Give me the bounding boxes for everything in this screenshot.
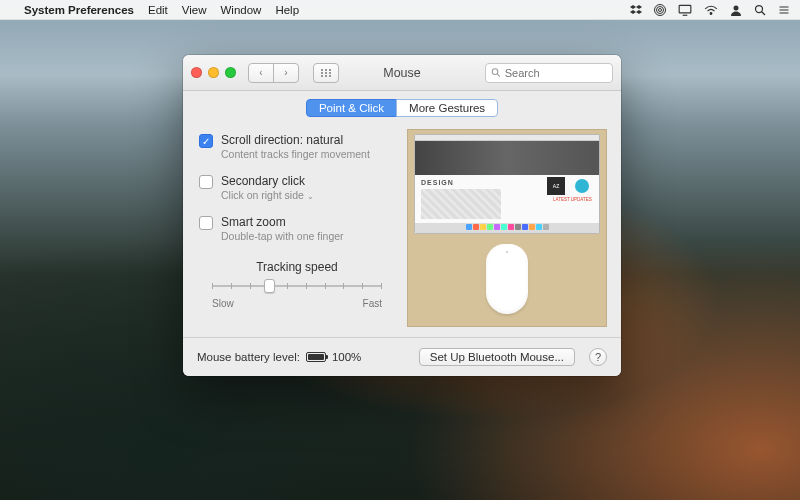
option-subtitle: Content tracks finger movement [221, 148, 370, 160]
svg-point-0 [659, 8, 662, 11]
menu-window[interactable]: Window [221, 4, 262, 16]
close-icon[interactable] [191, 67, 202, 78]
svg-point-18 [321, 75, 323, 77]
slider-max-label: Fast [363, 298, 382, 309]
option-subtitle[interactable]: Click on right side⌄ [221, 189, 314, 201]
option-subtitle: Double-tap with one finger [221, 230, 344, 242]
dropbox-icon[interactable] [630, 4, 642, 16]
option-scroll-direction: ✓ Scroll direction: natural Content trac… [199, 133, 395, 160]
menu-help[interactable]: Help [275, 4, 299, 16]
tracking-speed-block: Tracking speed Slow Fast [199, 260, 395, 309]
svg-point-19 [325, 75, 327, 77]
option-secondary-click: Secondary click Click on right side⌄ [199, 174, 395, 201]
back-button[interactable]: ‹ [248, 63, 274, 83]
menubar-app-name[interactable]: System Preferences [24, 4, 134, 16]
svg-point-15 [321, 72, 323, 74]
user-icon[interactable] [730, 4, 742, 16]
option-title: Secondary click [221, 174, 314, 188]
gesture-preview: DESIGN AZ LATEST UPDATES [407, 129, 607, 327]
svg-point-21 [492, 69, 498, 75]
menu-view[interactable]: View [182, 4, 207, 16]
setup-bluetooth-button[interactable]: Set Up Bluetooth Mouse... [419, 348, 575, 366]
preview-mouse-icon [486, 244, 528, 314]
battery-value: 100% [332, 351, 361, 363]
svg-point-1 [657, 6, 664, 13]
svg-line-8 [762, 11, 766, 15]
show-all-button[interactable] [313, 63, 339, 83]
forward-button[interactable]: › [273, 63, 299, 83]
svg-line-22 [497, 74, 500, 77]
search-icon [491, 67, 501, 78]
airdrop-icon[interactable] [654, 4, 666, 16]
preferences-window: ‹ › Mouse Point & Click More Gestures ✓ … [183, 55, 621, 376]
checkbox-secondary-click[interactable] [199, 175, 213, 189]
svg-point-12 [321, 69, 323, 71]
slider-min-label: Slow [212, 298, 234, 309]
preview-badge: AZ [547, 177, 565, 195]
option-title: Smart zoom [221, 215, 344, 229]
option-title: Scroll direction: natural [221, 133, 370, 147]
chevron-down-icon[interactable]: ⌄ [307, 192, 314, 201]
zoom-icon[interactable] [225, 67, 236, 78]
svg-point-7 [756, 5, 763, 12]
display-icon[interactable] [678, 4, 692, 16]
battery-label: Mouse battery level: [197, 351, 300, 363]
battery-icon [306, 352, 326, 362]
tracking-speed-label: Tracking speed [199, 260, 395, 274]
tabs: Point & Click More Gestures [306, 99, 498, 117]
wifi-icon[interactable] [704, 4, 718, 16]
preview-design-label: DESIGN [421, 179, 454, 186]
tab-more-gestures[interactable]: More Gestures [396, 99, 498, 117]
help-button[interactable]: ? [589, 348, 607, 366]
search-input[interactable] [505, 67, 607, 79]
menubar: System Preferences Edit View Window Help [0, 0, 800, 20]
option-smart-zoom: Smart zoom Double-tap with one finger [199, 215, 395, 242]
svg-point-5 [710, 12, 712, 14]
notification-center-icon[interactable] [778, 4, 790, 16]
preview-dock [415, 223, 599, 233]
tracking-speed-slider[interactable] [212, 278, 382, 294]
svg-point-14 [329, 69, 331, 71]
slider-ticks [212, 278, 382, 294]
window-titlebar[interactable]: ‹ › Mouse [183, 55, 621, 91]
svg-point-13 [325, 69, 327, 71]
search-field[interactable] [485, 63, 613, 83]
menu-edit[interactable]: Edit [148, 4, 168, 16]
svg-point-16 [325, 72, 327, 74]
svg-rect-3 [679, 5, 691, 13]
svg-point-17 [329, 72, 331, 74]
preview-screen: DESIGN AZ LATEST UPDATES [414, 134, 600, 234]
window-footer: Mouse battery level: 100% Set Up Bluetoo… [183, 337, 621, 376]
checkbox-smart-zoom[interactable] [199, 216, 213, 230]
minimize-icon[interactable] [208, 67, 219, 78]
slider-thumb[interactable] [264, 279, 275, 293]
spotlight-icon[interactable] [754, 4, 766, 16]
preview-side-label: LATEST UPDATES [553, 197, 593, 202]
checkbox-scroll-direction[interactable]: ✓ [199, 134, 213, 148]
svg-point-6 [734, 5, 739, 10]
tab-point-and-click[interactable]: Point & Click [306, 99, 397, 117]
svg-point-20 [329, 75, 331, 77]
